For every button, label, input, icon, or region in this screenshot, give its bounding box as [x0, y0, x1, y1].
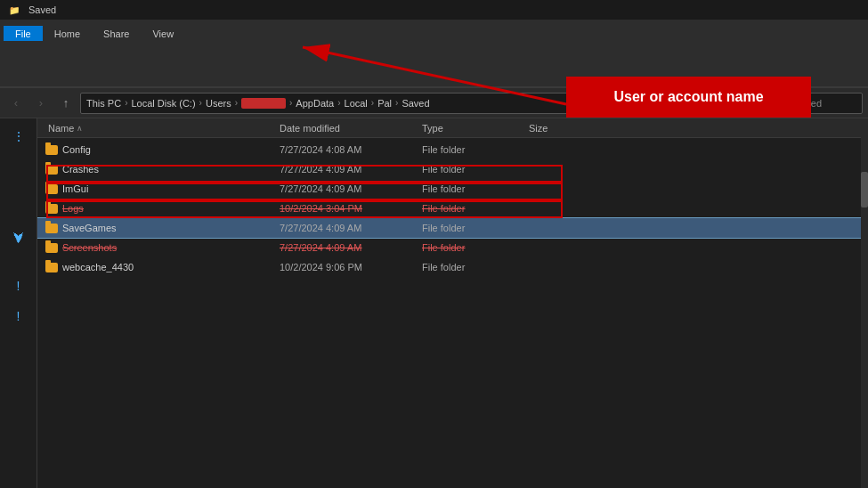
- folder-icon: [45, 183, 59, 195]
- content-area: Name ∧ Date modified Type Size: [37, 118, 861, 488]
- col-header-date[interactable]: Date modified: [276, 123, 418, 134]
- table-row[interactable]: Screenshots 7/27/2024 4:09 AM File folde…: [37, 238, 861, 257]
- file-date: 7/27/2024 4:09 AM: [280, 164, 422, 175]
- table-row[interactable]: Config 7/27/2024 4:08 AM File folder: [37, 140, 861, 159]
- app-icon: 📁: [7, 3, 21, 17]
- table-row[interactable]: ImGui 7/27/2024 4:09 AM File folder: [37, 179, 861, 199]
- table-row[interactable]: Crashes 7/27/2024 4:09 AM File folder: [37, 159, 861, 179]
- sidebar: ⋮ ⮟ ! !: [0, 118, 37, 488]
- file-name: Logs: [62, 203, 280, 214]
- breadcrumb-local: Local: [345, 98, 368, 109]
- window-title: Saved: [28, 4, 56, 15]
- col-sort-icon: ∧: [77, 124, 83, 133]
- search-placeholder: Search Saved: [760, 98, 822, 109]
- table-row[interactable]: webcache_4430 10/2/2024 9:06 PM File fol…: [37, 257, 861, 277]
- folder-icon: [45, 163, 59, 175]
- col-header-name[interactable]: Name ∧: [45, 123, 276, 134]
- title-bar: 📁 Saved: [0, 0, 868, 20]
- col-header-size[interactable]: Size: [525, 123, 596, 134]
- address-bar[interactable]: This PC › Local Disk (C:) › Users › › Ap…: [80, 93, 734, 114]
- file-type: File folder: [422, 203, 529, 214]
- file-type: File folder: [422, 144, 529, 155]
- col-date-label: Date modified: [280, 123, 340, 134]
- file-name: webcache_4430: [62, 262, 280, 272]
- ribbon-commands: [0, 41, 868, 87]
- file-type: File folder: [422, 164, 529, 175]
- sidebar-icon-nav[interactable]: ⋮: [4, 122, 33, 150]
- main-layout: ⋮ ⮟ ! ! Name ∧ Date modified Type Size: [0, 118, 868, 488]
- address-area: ‹ › ↑ This PC › Local Disk (C:) › Users …: [0, 88, 868, 118]
- title-bar-controls: 📁: [7, 3, 21, 17]
- scrollbar-track[interactable]: [861, 118, 868, 488]
- table-row[interactable]: SaveGames 7/27/2024 4:09 AM File folder: [37, 218, 861, 238]
- ribbon: File Home Share View: [0, 20, 868, 88]
- col-type-label: Type: [422, 123, 443, 134]
- col-header-type[interactable]: Type: [418, 123, 525, 134]
- breadcrumb-saved: Saved: [402, 98, 429, 109]
- file-name: Crashes: [62, 164, 280, 175]
- tab-home[interactable]: Home: [43, 26, 92, 41]
- breadcrumb-localdisk: Local Disk (C:): [131, 98, 195, 109]
- file-date: 7/27/2024 4:09 AM: [280, 242, 422, 253]
- forward-button[interactable]: ›: [30, 93, 52, 114]
- file-name: Screenshots: [62, 242, 280, 253]
- sidebar-icon-alert[interactable]: !: [4, 302, 33, 330]
- file-date: 7/27/2024 4:08 AM: [280, 144, 422, 155]
- file-date: 10/2/2024 3:04 PM: [280, 203, 422, 214]
- ribbon-tabs: File Home Share View: [0, 20, 868, 41]
- col-size-label: Size: [529, 123, 548, 134]
- file-list: Config 7/27/2024 4:08 AM File folder Cra…: [37, 138, 861, 488]
- file-name: ImGui: [62, 183, 280, 194]
- breadcrumb-appdata: AppData: [296, 98, 334, 109]
- folder-icon: [45, 202, 59, 215]
- back-button[interactable]: ‹: [5, 93, 27, 114]
- search-icon: 🔍: [744, 97, 757, 109]
- tab-share[interactable]: Share: [92, 26, 141, 41]
- sidebar-icon-info[interactable]: !: [4, 272, 33, 300]
- file-name: Config: [62, 144, 280, 155]
- breadcrumb-thispc: This PC: [86, 98, 121, 109]
- file-type: File folder: [422, 183, 529, 194]
- search-box[interactable]: 🔍 Search Saved: [738, 93, 863, 114]
- folder-icon: [45, 143, 59, 156]
- tab-file[interactable]: File: [4, 26, 43, 41]
- folder-icon: [45, 222, 59, 234]
- file-type: File folder: [422, 223, 529, 233]
- folder-icon: [45, 241, 59, 254]
- file-type: File folder: [422, 242, 529, 253]
- file-date: 7/27/2024 4:09 AM: [280, 223, 422, 233]
- breadcrumb-pal: Pal: [377, 98, 392, 109]
- table-row[interactable]: Logs 10/2/2024 3:04 PM File folder: [37, 199, 861, 218]
- folder-icon: [45, 261, 59, 273]
- scrollbar-thumb[interactable]: [861, 172, 868, 207]
- file-date: 10/2/2024 9:06 PM: [280, 262, 422, 272]
- tab-view[interactable]: View: [141, 26, 185, 41]
- column-headers: Name ∧ Date modified Type Size: [37, 118, 861, 138]
- col-name-label: Name: [48, 123, 74, 134]
- breadcrumb-users: Users: [206, 98, 231, 109]
- file-name: SaveGames: [62, 223, 280, 233]
- breadcrumb-username: [241, 98, 286, 109]
- file-date: 7/27/2024 4:09 AM: [280, 183, 422, 194]
- file-type: File folder: [422, 262, 529, 272]
- up-button[interactable]: ↑: [55, 93, 77, 114]
- sidebar-icon-down[interactable]: ⮟: [4, 224, 33, 252]
